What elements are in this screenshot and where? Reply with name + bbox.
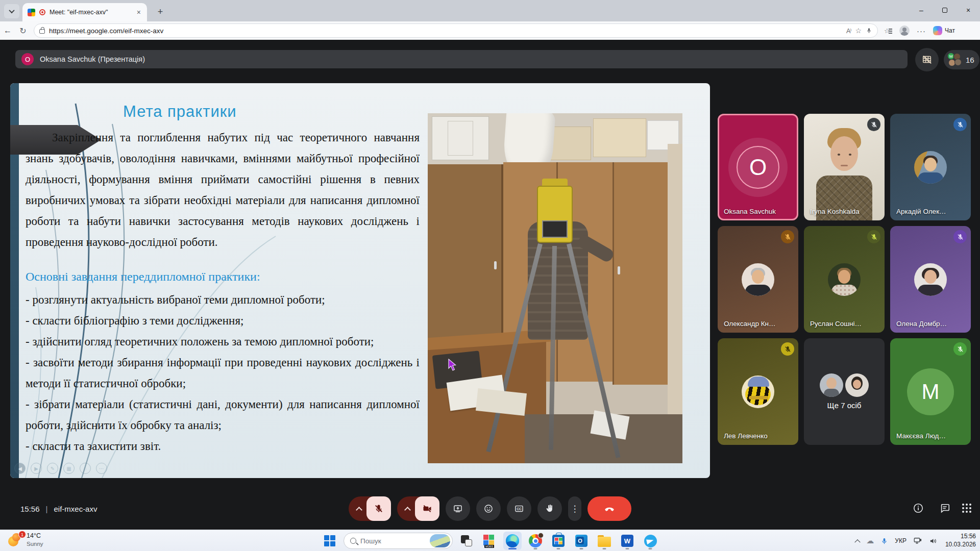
participant-name: Олена Домбр… xyxy=(896,320,947,328)
prev-slide-icon[interactable]: ◀ xyxy=(14,463,26,474)
present-icon xyxy=(453,504,463,514)
task-view-button[interactable] xyxy=(457,532,476,550)
mic-options-chevron[interactable] xyxy=(356,507,362,513)
tile-olena[interactable]: Олена Домбр… xyxy=(890,226,971,333)
tab-close-button[interactable]: × xyxy=(136,8,142,16)
tile-ruslan[interactable]: Руслан Сошні… xyxy=(804,226,885,333)
mic-off-badge xyxy=(781,342,794,356)
refresh-button[interactable]: ↻ xyxy=(15,26,31,36)
tile-iryna-koshkalda[interactable]: Iryna Koshkalda xyxy=(804,114,885,220)
svg-text:CC: CC xyxy=(517,507,522,511)
slide-bullet: - скласти бібліографію з теми дослідженн… xyxy=(26,310,420,331)
slide-bullet: - зібрати матеріали (статистичні дані, д… xyxy=(26,394,420,436)
participant-name: Руслан Сошні… xyxy=(810,320,862,328)
mic-off-badge xyxy=(867,118,880,131)
tile-lev-levchenko[interactable]: Лев Левченко xyxy=(718,338,798,445)
participants-button[interactable]: M 16 xyxy=(944,50,979,69)
favorite-star-button[interactable]: ☆ xyxy=(855,27,862,35)
captions-button[interactable]: CC xyxy=(507,496,531,521)
minimize-button[interactable]: – xyxy=(910,0,933,20)
edge-app-button[interactable] xyxy=(503,532,522,550)
call-controls: CC ⋮ xyxy=(349,496,631,521)
presenter-name: Oksana Savchuk (Презентація) xyxy=(40,55,145,63)
mic-in-use-icon[interactable] xyxy=(880,537,888,545)
present-screen-button[interactable] xyxy=(446,496,470,521)
back-button[interactable]: ← xyxy=(0,26,15,35)
weather-widget[interactable]: 1 14°C Sunny xyxy=(7,532,43,547)
browser-menu-button[interactable]: ··· xyxy=(917,27,926,35)
slide-bullet: - засвоїти методи збирання інформації пр… xyxy=(26,352,420,394)
slideshow-controls[interactable]: ◀ ▶ ✎ ▦ ◌ ⋯ xyxy=(14,463,107,474)
next-slide-icon[interactable]: ▶ xyxy=(31,463,42,474)
maximize-button[interactable] xyxy=(933,0,957,20)
mic-toggle-button[interactable] xyxy=(366,496,391,521)
camera-options-chevron[interactable] xyxy=(404,507,411,513)
browser-profile-avatar[interactable] xyxy=(899,26,910,36)
layout-grid-off-button[interactable] xyxy=(915,48,939,71)
more-options-button[interactable]: ⋮ xyxy=(568,496,581,521)
tile-arkadii[interactable]: Аркадій Олек… xyxy=(890,114,971,220)
outlook-icon xyxy=(575,535,587,547)
tile-oksana-savchuk[interactable]: O Oksana Savchuk xyxy=(718,114,798,220)
browser-toolbar: ← ↻ https://meet.google.com/eif-mxec-axv… xyxy=(0,21,980,40)
read-aloud-button[interactable]: A⁾ xyxy=(846,27,851,35)
store-app-button[interactable] xyxy=(549,532,568,550)
word-app-button[interactable] xyxy=(618,532,636,550)
tile-oleksandr[interactable]: Олександр Кн… xyxy=(718,226,798,333)
recording-indicator-icon xyxy=(39,9,45,15)
grid-view-icon[interactable]: ▦ xyxy=(63,463,75,474)
chrome-app-button[interactable] xyxy=(526,532,545,550)
browser-tab[interactable]: Meet: "eif-mxec-axv" × xyxy=(22,3,147,21)
raise-hand-button[interactable] xyxy=(537,496,562,521)
url-text: https://meet.google.com/eif-mxec-axv xyxy=(49,27,842,35)
outlook-app-button[interactable] xyxy=(572,532,591,550)
copilot-label: Чат xyxy=(945,27,955,34)
taskbar-search[interactable] xyxy=(344,533,453,549)
activities-grid-icon[interactable] xyxy=(962,504,964,506)
file-explorer-button[interactable] xyxy=(595,532,614,550)
tile-makeieva[interactable]: M Макєєва Люд… xyxy=(890,338,971,445)
telegram-app-button[interactable] xyxy=(641,532,659,550)
microsoft-store-icon xyxy=(552,535,565,547)
pen-icon[interactable]: ✎ xyxy=(47,463,58,474)
info-icon[interactable] xyxy=(913,503,924,514)
camera-toggle-button[interactable] xyxy=(415,496,439,521)
tab-search-button[interactable] xyxy=(4,4,19,18)
new-tab-button[interactable]: + xyxy=(153,5,167,18)
mic-off-icon xyxy=(784,233,792,241)
mouse-cursor xyxy=(448,359,457,371)
avatar xyxy=(742,263,774,296)
maximize-icon xyxy=(942,8,947,13)
slide-paragraph: Закріплення та поглиблення набутих під ч… xyxy=(26,127,420,253)
m365-app-button[interactable]: M365 xyxy=(480,532,499,550)
hidden-icons-chevron[interactable] xyxy=(855,539,861,545)
meet-app: O Oksana Savchuk (Презентація) M 16 xyxy=(0,40,980,530)
camera-control-group xyxy=(397,496,439,521)
voice-search-icon[interactable] xyxy=(866,27,872,35)
favorites-hub-button[interactable]: ☆ xyxy=(884,27,892,34)
more-options-icon[interactable]: ⋯ xyxy=(96,463,107,474)
meet-favicon-icon xyxy=(28,9,35,16)
end-call-button[interactable] xyxy=(587,496,631,521)
mic-off-badge xyxy=(781,230,794,243)
search-input[interactable] xyxy=(360,537,416,545)
onedrive-icon[interactable]: ☁ xyxy=(866,536,874,545)
chevron-down-icon xyxy=(9,8,14,13)
sunny-weather-icon: 1 xyxy=(7,532,22,547)
clock[interactable]: 15:56 10.03.2026 xyxy=(945,533,976,548)
start-button[interactable] xyxy=(321,532,339,550)
close-button[interactable]: × xyxy=(957,0,980,20)
copilot-button[interactable]: Чат xyxy=(933,26,955,35)
chat-icon[interactable] xyxy=(939,503,950,514)
speaker-icon[interactable] xyxy=(929,537,938,545)
language-indicator[interactable]: УКР xyxy=(895,537,906,544)
reactions-button[interactable] xyxy=(476,496,501,521)
network-icon[interactable] xyxy=(913,536,922,545)
zoom-icon[interactable]: ◌ xyxy=(80,463,91,474)
tile-overflow[interactable]: Ще 7 осіб xyxy=(804,338,885,445)
window-controls: – × xyxy=(910,0,980,20)
windows-logo-icon xyxy=(324,535,335,546)
address-bar[interactable]: https://meet.google.com/eif-mxec-axv A⁾ … xyxy=(34,23,878,38)
mic-control-group xyxy=(349,496,391,521)
screen: Meet: "eif-mxec-axv" × + – × ← ↻ https:/… xyxy=(0,0,980,551)
